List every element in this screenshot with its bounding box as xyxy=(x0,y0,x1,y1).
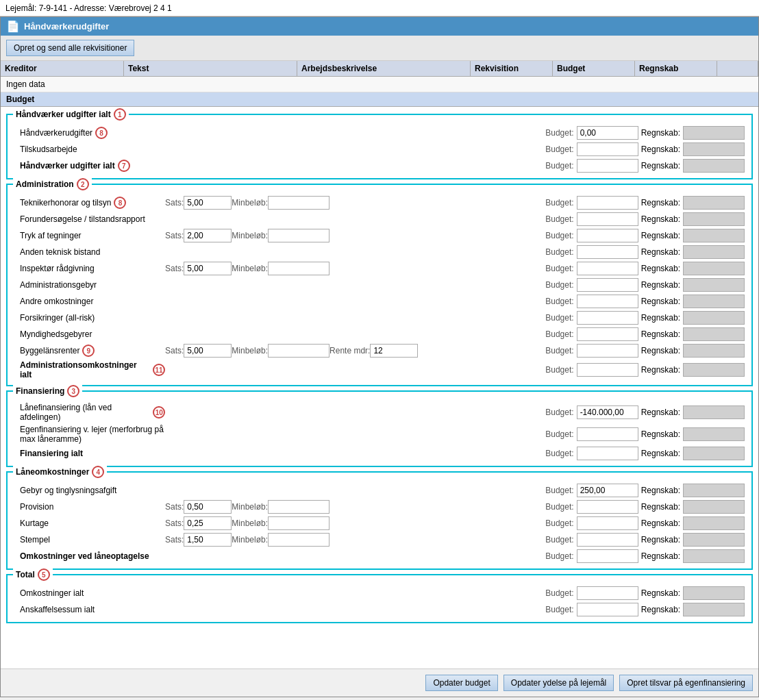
sats-byggelaansrenter[interactable] xyxy=(184,344,232,358)
sats-kurtage[interactable] xyxy=(184,516,232,530)
budget-forundersoegelse[interactable] xyxy=(577,212,638,226)
regnskab-tryk[interactable] xyxy=(683,229,745,242)
regnskab-finansiering-ialt[interactable] xyxy=(683,447,745,460)
budget-omkostninger-ialt[interactable] xyxy=(577,586,638,600)
budget-myndighedsgebyrer[interactable] xyxy=(577,327,638,341)
row-anskaffelsessum: Anskaffelsessum ialt Budget: Regnskab: xyxy=(12,601,747,618)
budget-input-haandvaerker-ialt[interactable] xyxy=(577,159,638,173)
regnskab-kurtage[interactable] xyxy=(683,516,745,530)
col-arbejdsbeskrivelse: Arbejdsbeskrivelse xyxy=(297,61,471,76)
row-provision: Provision Sats: Minbeløb: Budget: Regnsk… xyxy=(12,499,747,515)
row-tryk-tegninger: Tryk af tegninger Sats: Minbeløb: Budget… xyxy=(12,227,747,244)
budget-laanefinansiering[interactable] xyxy=(577,405,638,419)
row-teknikerhonorar: Teknikerhonorar og tilsyn 8 Sats: Minbel… xyxy=(12,195,747,211)
regnskab-andre-omk[interactable] xyxy=(683,295,745,308)
group-finansiering-label: Finansiering 3 xyxy=(13,385,82,397)
sats-teknikerhonorar[interactable] xyxy=(184,196,232,210)
rente-byggelaansrenter[interactable] xyxy=(370,344,418,358)
regnskab-egenfinansiering[interactable] xyxy=(683,427,745,441)
section-header: 📄 Håndværkerudgifter xyxy=(1,17,758,36)
row-gebyr-tinglysning: Gebyr og tinglysningsafgift Budget: Regn… xyxy=(12,482,747,499)
group-laaneomkostninger: Låneomkostninger 4 Gebyr og tinglysnings… xyxy=(6,471,753,570)
create-send-all-btn[interactable]: Opret og send alle rekvisitioner xyxy=(6,40,134,56)
col-tekst: Tekst xyxy=(124,61,297,76)
sats-inspektor[interactable] xyxy=(184,262,232,275)
budget-admin-gebyr[interactable] xyxy=(577,278,638,292)
budget-byggelaansrenter[interactable] xyxy=(577,344,638,358)
minbelob-byggelaansrenter[interactable] xyxy=(268,344,329,358)
regnskab-admin-omk-ialt[interactable] xyxy=(683,363,745,377)
sats-tryk[interactable] xyxy=(184,229,232,242)
regnskab-myndighedsgebyrer[interactable] xyxy=(683,327,745,341)
budget-anskaffelsessum[interactable] xyxy=(577,603,638,616)
regnskab-teknikerhonorar[interactable] xyxy=(683,196,745,210)
budget-input-tilskudsarbejde[interactable] xyxy=(577,142,638,156)
minbelob-kurtage[interactable] xyxy=(268,516,329,530)
window-title-bar: Lejemål: 7-9-141 - Adresse: Værebrovej 2… xyxy=(0,0,759,16)
budget-section-header: Budget xyxy=(1,92,758,107)
col-kreditor: Kreditor xyxy=(1,61,124,76)
minbelob-provision[interactable] xyxy=(268,500,329,514)
minbelob-inspektor[interactable] xyxy=(268,262,329,275)
group-administration-label: Administration 2 xyxy=(13,178,92,190)
row-haandvaerkerudgifter: Håndværkerudgifter 8 Budget: Regnskab: xyxy=(12,125,747,141)
regnskab-inspektor[interactable] xyxy=(683,262,745,275)
col-budget: Budget xyxy=(553,61,635,76)
opret-tilsvar-btn[interactable]: Opret tilsvar på egenfinansiering xyxy=(619,675,753,691)
group-administration: Administration 2 Teknikerhonorar og tils… xyxy=(6,184,753,386)
sats-stempel[interactable] xyxy=(184,533,232,547)
budget-input-haandvaerkerudgifter[interactable] xyxy=(577,126,638,140)
regnskab-omkostninger-ialt[interactable] xyxy=(683,586,745,600)
minbelob-tryk[interactable] xyxy=(268,229,329,242)
budget-andre-omk[interactable] xyxy=(577,295,638,308)
budget-admin-omk-ialt[interactable] xyxy=(577,363,638,377)
regnskab-byggelaansrenter[interactable] xyxy=(683,344,745,358)
budget-omk-laaneoptagelse[interactable] xyxy=(577,549,638,563)
footer-bar: Opdater budget Opdater ydelse på lejemål… xyxy=(1,668,758,697)
col-empty xyxy=(717,61,758,76)
row-myndighedsgebyrer: Myndighedsgebyrer Budget: Regnskab: xyxy=(12,326,747,342)
budget-content: Håndværker udgifter ialt 1 Håndværkerudg… xyxy=(1,107,758,668)
row-omk-laaneoptagelse: Omkostninger ved låneoptagelse Budget: R… xyxy=(12,548,747,564)
budget-kurtage[interactable] xyxy=(577,516,638,530)
minbelob-teknikerhonorar[interactable] xyxy=(268,196,329,210)
regnskab-omk-laaneoptagelse[interactable] xyxy=(683,549,745,563)
budget-inspektor[interactable] xyxy=(577,262,638,275)
sats-provision[interactable] xyxy=(184,500,232,514)
regnskab-input-haandvaerker-ialt[interactable] xyxy=(683,159,745,173)
opdater-budget-btn[interactable]: Opdater budget xyxy=(425,675,497,691)
table-header-row: Kreditor Tekst Arbejdsbeskrivelse Rekvis… xyxy=(1,61,758,77)
budget-stempel[interactable] xyxy=(577,533,638,547)
main-window: 📄 Håndværkerudgifter Opret og send alle … xyxy=(0,16,759,697)
regnskab-anskaffelsessum[interactable] xyxy=(683,603,745,616)
row-forundersoegelse: Forundersøgelse / tilstandsrapport Budge… xyxy=(12,211,747,227)
regnskab-stempel[interactable] xyxy=(683,533,745,547)
regnskab-provision[interactable] xyxy=(683,500,745,514)
group-total-label: Total 5 xyxy=(13,568,53,581)
budget-anden-teknisk[interactable] xyxy=(577,245,638,259)
opdater-ydelse-btn[interactable]: Opdater ydelse på lejemål xyxy=(503,675,614,691)
minbelob-stempel[interactable] xyxy=(268,533,329,547)
budget-tryk[interactable] xyxy=(577,229,638,242)
row-haandvaerker-ialt: Håndværker udgifter ialt 7 Budget: Regns… xyxy=(12,158,747,174)
regnskab-laanefinansiering[interactable] xyxy=(683,405,745,419)
window-title: Lejemål: 7-9-141 - Adresse: Værebrovej 2… xyxy=(5,3,172,13)
section-title: Håndværkerudgifter xyxy=(24,21,109,32)
regnskab-gebyr-tinglysning[interactable] xyxy=(683,484,745,497)
regnskab-admin-gebyr[interactable] xyxy=(683,278,745,292)
toolbar: Opret og send alle rekvisitioner xyxy=(1,36,758,61)
budget-forsikringer[interactable] xyxy=(577,311,638,325)
regnskab-forsikringer[interactable] xyxy=(683,311,745,325)
regnskab-forundersoegelse[interactable] xyxy=(683,212,745,226)
header-icon: 📄 xyxy=(6,20,20,33)
regnskab-anden-teknisk[interactable] xyxy=(683,245,745,259)
regnskab-input-tilskudsarbejde[interactable] xyxy=(683,142,745,156)
row-finansiering-ialt: Finansiering ialt Budget: Regnskab: xyxy=(12,445,747,462)
regnskab-input-haandvaerkerudgifter[interactable] xyxy=(683,126,745,140)
budget-teknikerhonorar[interactable] xyxy=(577,196,638,210)
budget-finansiering-ialt[interactable] xyxy=(577,447,638,460)
group-total: Total 5 Omkostninger ialt Budget: Regnsk… xyxy=(6,574,753,623)
budget-provision[interactable] xyxy=(577,500,638,514)
budget-gebyr-tinglysning[interactable] xyxy=(577,484,638,497)
budget-egenfinansiering[interactable] xyxy=(577,427,638,441)
